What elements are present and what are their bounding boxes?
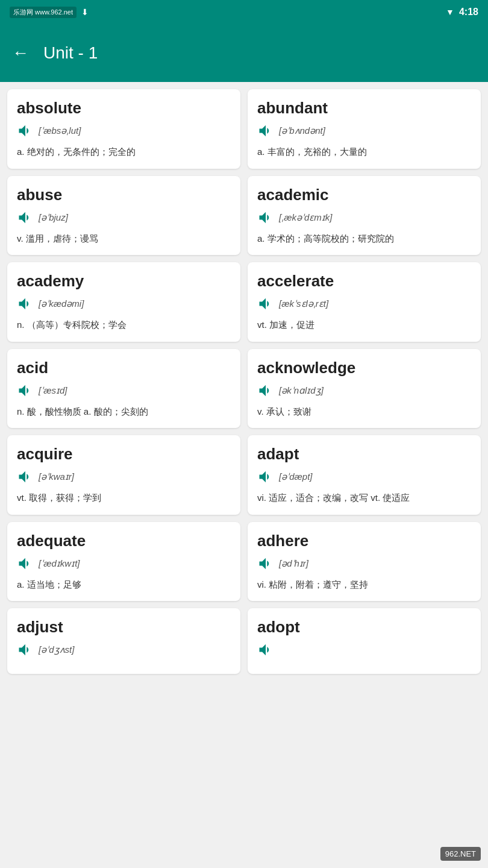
definition: v. 承认；致谢 [257, 405, 471, 419]
pronunciation-row: [əˈkædəmi] [17, 295, 231, 312]
status-bar-right: ▼ 4:18 [446, 7, 478, 17]
status-bar: 乐游网 www.962.net ⬇ ▼ 4:18 [0, 0, 488, 24]
pronunciation-row [257, 641, 471, 658]
speaker-icon[interactable] [257, 555, 274, 572]
phonetic: [əˈdʒʌst] [39, 644, 74, 655]
status-time: 4:18 [459, 7, 478, 17]
phonetic: [əˈkædəmi] [39, 298, 84, 309]
speaker-icon[interactable] [17, 382, 34, 399]
word-card[interactable]: adapt [əˈdæpt] vi. 适应，适合；改编，改写 vt. 使适应 [248, 435, 481, 515]
speaker-icon[interactable] [257, 468, 274, 485]
pronunciation-row: [ˌækəˈdɛmɪk] [257, 209, 471, 226]
speaker-icon[interactable] [17, 295, 34, 312]
pronunciation-row: [ˈæsɪd] [17, 382, 231, 399]
download-icon: ⬇ [81, 7, 89, 17]
back-button[interactable]: ← [12, 43, 29, 63]
speaker-icon[interactable] [257, 122, 274, 139]
definition: vt. 取得，获得；学到 [17, 491, 231, 505]
pronunciation-row: [əˈkwaɪr] [17, 468, 231, 485]
definition: n. （高等）专科院校；学会 [17, 318, 231, 332]
phonetic: [ˈæbsəˌlut] [39, 125, 81, 136]
definition: vi. 粘附，附着；遵守，坚持 [257, 578, 471, 592]
pronunciation-row: [ˈæbsəˌlut] [17, 122, 231, 139]
speaker-icon[interactable] [257, 295, 274, 312]
pronunciation-row: [əˈbjuz] [17, 209, 231, 226]
word-card[interactable]: absolute [ˈæbsəˌlut] a. 绝对的，无条件的；完全的 [7, 89, 240, 169]
phonetic: [ˈædɪkwɪt] [39, 558, 80, 569]
definition: a. 绝对的，无条件的；完全的 [17, 145, 231, 159]
word-title: absolute [17, 99, 231, 118]
definition: a. 适当地；足够 [17, 578, 231, 592]
word-card[interactable]: adjust [əˈdʒʌst] [7, 608, 240, 674]
phonetic: [əˈbʌndənt] [279, 125, 325, 136]
definition: a. 学术的；高等院校的；研究院的 [257, 232, 471, 246]
wifi-icon: ▼ [446, 7, 454, 17]
phonetic: [ˈæsɪd] [39, 385, 67, 396]
phonetic: [əkˈnɑlɪdʒ] [279, 385, 324, 396]
definition: vi. 适应，适合；改编，改写 vt. 使适应 [257, 491, 471, 505]
word-title: accelerate [257, 272, 471, 291]
pronunciation-row: [əˈdʒʌst] [17, 641, 231, 658]
word-title: adhere [257, 532, 471, 550]
word-title: abundant [257, 99, 471, 118]
word-card[interactable]: acknowledge [əkˈnɑlɪdʒ] v. 承认；致谢 [248, 349, 481, 429]
speaker-icon[interactable] [17, 555, 34, 572]
speaker-icon[interactable] [17, 468, 34, 485]
phonetic: [əˈkwaɪr] [39, 471, 74, 482]
pronunciation-row: [əˈdæpt] [257, 468, 471, 485]
pronunciation-row: [ədˈhɪr] [257, 555, 471, 572]
phonetic: [ədˈhɪr] [279, 558, 308, 569]
word-title: acknowledge [257, 359, 471, 377]
definition: a. 丰富的，充裕的，大量的 [257, 145, 471, 159]
phonetic: [ækˈsɛləˌrɛt] [279, 298, 328, 309]
pronunciation-row: [ˈædɪkwɪt] [17, 555, 231, 572]
word-card[interactable]: adequate [ˈædɪkwɪt] a. 适当地；足够 [7, 522, 240, 602]
definition: v. 滥用，虐待；谩骂 [17, 232, 231, 246]
pronunciation-row: [əˈbʌndənt] [257, 122, 471, 139]
phonetic: [ˌækəˈdɛmɪk] [279, 212, 333, 223]
word-card[interactable]: adhere [ədˈhɪr] vi. 粘附，附着；遵守，坚持 [248, 522, 481, 602]
status-bar-left: 乐游网 www.962.net ⬇ [10, 7, 89, 18]
speaker-icon[interactable] [257, 641, 274, 658]
speaker-icon[interactable] [17, 641, 34, 658]
speaker-icon[interactable] [17, 209, 34, 226]
word-title: acquire [17, 445, 231, 464]
phonetic: [əˈdæpt] [279, 471, 313, 482]
word-card[interactable]: adopt [248, 608, 481, 674]
watermark: 962.NET [440, 847, 481, 861]
word-title: academic [257, 186, 471, 204]
word-card[interactable]: abundant [əˈbʌndənt] a. 丰富的，充裕的，大量的 [248, 89, 481, 169]
word-card[interactable]: abuse [əˈbjuz] v. 滥用，虐待；谩骂 [7, 176, 240, 256]
pronunciation-row: [ækˈsɛləˌrɛt] [257, 295, 471, 312]
word-title: adopt [257, 618, 471, 637]
word-card[interactable]: acquire [əˈkwaɪr] vt. 取得，获得；学到 [7, 435, 240, 515]
definition: n. 酸，酸性物质 a. 酸的；尖刻的 [17, 405, 231, 419]
word-title: adapt [257, 445, 471, 464]
word-card[interactable]: academy [əˈkædəmi] n. （高等）专科院校；学会 [7, 262, 240, 342]
word-card[interactable]: acid [ˈæsɪd] n. 酸，酸性物质 a. 酸的；尖刻的 [7, 349, 240, 429]
word-title: abuse [17, 186, 231, 204]
speaker-icon[interactable] [257, 209, 274, 226]
word-grid: absolute [ˈæbsəˌlut] a. 绝对的，无条件的；完全的 abu… [0, 82, 488, 681]
word-title: acid [17, 359, 231, 377]
app-bar: ← Unit - 1 [0, 24, 488, 82]
word-title: adequate [17, 532, 231, 550]
definition: vt. 加速，促进 [257, 318, 471, 332]
word-title: adjust [17, 618, 231, 637]
app-bar-title: Unit - 1 [43, 43, 98, 63]
speaker-icon[interactable] [17, 122, 34, 139]
word-title: academy [17, 272, 231, 291]
phonetic: [əˈbjuz] [39, 212, 68, 223]
speaker-icon[interactable] [257, 382, 274, 399]
pronunciation-row: [əkˈnɑlɪdʒ] [257, 382, 471, 399]
status-logo: 乐游网 www.962.net [10, 7, 77, 18]
word-card[interactable]: academic [ˌækəˈdɛmɪk] a. 学术的；高等院校的；研究院的 [248, 176, 481, 256]
word-card[interactable]: accelerate [ækˈsɛləˌrɛt] vt. 加速，促进 [248, 262, 481, 342]
